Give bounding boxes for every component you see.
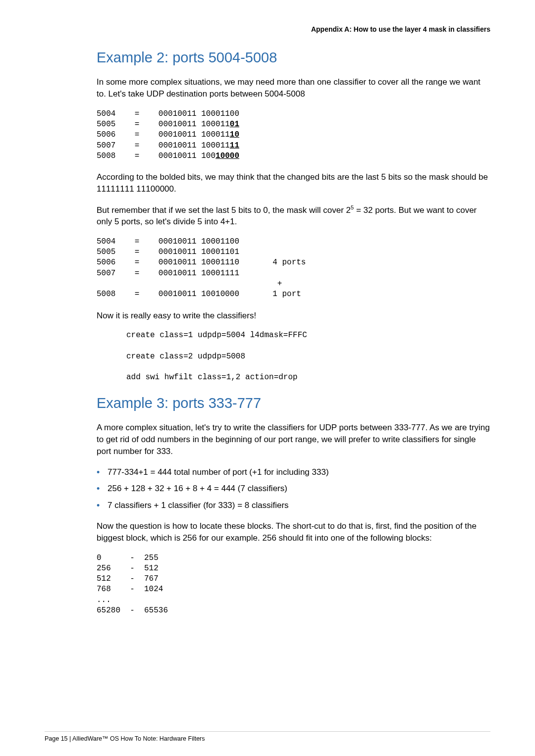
footer-text: Page 15 | AlliedWare™ OS How To Note: Ha…	[45, 735, 205, 742]
bullet-list: 777-334+1 = 444 total number of port (+1…	[97, 466, 490, 511]
paragraph-s2p2: Now the question is how to locate these …	[97, 520, 490, 544]
code-block-s2c1: 0 - 255 256 - 512 512 - 767 768 - 1024 .…	[97, 553, 490, 616]
paragraph-s1p3: But remember that if we set the last 5 b…	[97, 204, 490, 228]
code-highlight: 11	[230, 141, 239, 150]
paragraph-s1p4: Now it is really easy to write the class…	[97, 310, 490, 322]
code-line: 5007 = 00010011 100011	[97, 141, 230, 150]
code-highlight: 01	[230, 120, 239, 129]
list-item: 7 classifiers + 1 classifier (for 333) =…	[97, 500, 490, 511]
list-item: 777-334+1 = 444 total number of port (+1…	[97, 466, 490, 478]
list-item: 256 + 128 + 32 + 16 + 8 + 4 = 444 (7 cla…	[97, 483, 490, 495]
paragraph-s2p1: A more complex situation, let's try to w…	[97, 422, 490, 457]
code-line: 5004 = 00010011 10001100	[97, 109, 239, 118]
text-span: But remember that if we set the last 5 b…	[97, 205, 351, 214]
paragraph-s1p1: In some more complex situations, we may …	[97, 76, 490, 100]
page-footer: Page 15 | AlliedWare™ OS How To Note: Ha…	[0, 731, 535, 744]
code-block-s1c1: 5004 = 00010011 10001100 5005 = 00010011…	[97, 109, 490, 161]
section-title-example2: Example 2: ports 5004-5008	[97, 48, 490, 68]
paragraph-s1p2: According to the bolded bits, we may thi…	[97, 171, 490, 195]
code-line: 5008 = 00010011 100	[97, 151, 215, 160]
running-head: Appendix A: How to use the layer 4 mask …	[45, 25, 490, 35]
code-highlight: 10000	[215, 151, 239, 160]
footer-rule	[45, 731, 490, 732]
section-title-example3: Example 3: ports 333-777	[97, 393, 490, 413]
code-block-s1c2: 5004 = 00010011 10001100 5005 = 00010011…	[97, 237, 490, 300]
code-line: 5005 = 00010011 100011	[97, 120, 230, 129]
code-line: 5006 = 00010011 100011	[97, 130, 230, 139]
code-block-s1c3: create class=1 udpdp=5004 l4dmask=FFFC c…	[126, 330, 490, 383]
code-highlight: 10	[230, 130, 239, 139]
